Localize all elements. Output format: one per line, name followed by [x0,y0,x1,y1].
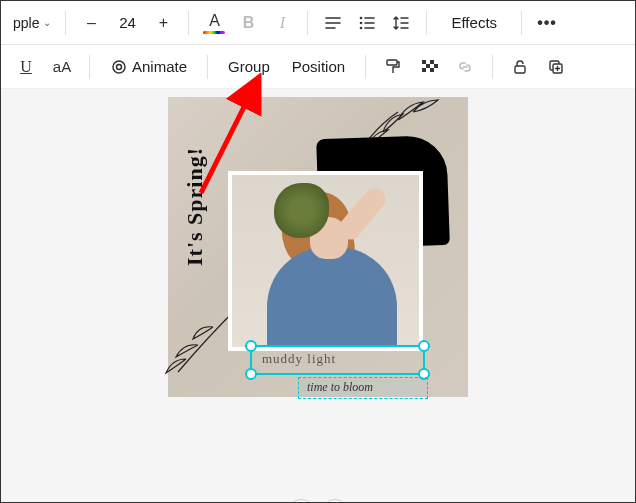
svg-point-2 [360,26,363,29]
animate-icon [110,58,128,76]
link-button[interactable] [450,52,480,82]
svg-rect-5 [387,60,397,65]
plant-shape [274,183,329,238]
svg-point-4 [117,64,122,69]
resize-handle[interactable] [418,340,430,352]
photo-content [232,175,419,347]
canvas-area[interactable]: It's Spring! muddy light time to bloom [1,89,635,502]
effects-button[interactable]: Effects [437,8,511,37]
text-color-letter: A [209,12,220,30]
move-button[interactable] [321,499,349,503]
font-size-increase-button[interactable]: + [148,8,178,38]
link-icon [456,58,474,76]
divider [89,55,90,79]
font-name-label: pple [13,15,39,31]
animate-label: Animate [132,58,187,75]
selected-text-2: time to bloom [307,380,373,395]
divider [207,55,208,79]
divider [521,11,522,35]
svg-point-0 [360,16,363,19]
rotate-button[interactable] [287,499,315,503]
more-button[interactable]: ••• [532,8,562,38]
font-size-value[interactable]: 24 [110,14,144,31]
selection-box-primary[interactable]: muddy light [250,345,425,375]
photo-element[interactable] [228,171,423,351]
divider [188,11,189,35]
transparency-icon [420,58,438,76]
svg-rect-9 [434,64,438,68]
divider [65,11,66,35]
selection-box-secondary[interactable]: time to bloom [298,377,428,399]
design-canvas[interactable]: It's Spring! muddy light time to bloom [168,97,468,397]
font-size-decrease-button[interactable]: – [76,8,106,38]
selected-text-1: muddy light [262,351,336,367]
svg-rect-10 [422,68,426,72]
alignment-button[interactable] [318,8,348,38]
bullet-list-button[interactable] [352,8,382,38]
copy-style-button[interactable] [378,52,408,82]
bullets-icon [358,14,376,32]
line-spacing-icon [392,14,410,32]
svg-rect-7 [430,60,434,64]
toolbar-row-2: U aA Animate Group Position [1,45,635,89]
svg-rect-12 [515,66,525,73]
align-icon [324,14,342,32]
svg-rect-11 [430,68,434,72]
transparency-button[interactable] [414,52,444,82]
text-color-button[interactable]: A [199,8,229,38]
headline-text[interactable]: It's Spring! [182,147,208,266]
bold-button[interactable]: B [233,8,263,38]
toolbar-row-1: pple ⌄ – 24 + A B I Effects ••• [1,1,635,45]
paint-roller-icon [384,58,402,76]
font-family-select[interactable]: pple ⌄ [9,15,55,31]
sweater-shape [267,247,397,351]
text-case-button[interactable]: aA [47,52,77,82]
group-button[interactable]: Group [220,58,278,75]
svg-point-3 [113,61,125,73]
position-button[interactable]: Position [284,58,353,75]
animate-button[interactable]: Animate [102,58,195,76]
line-spacing-button[interactable] [386,8,416,38]
underline-button[interactable]: U [11,52,41,82]
svg-rect-8 [426,64,430,68]
lock-icon [511,58,529,76]
duplicate-icon [547,58,565,76]
resize-handle[interactable] [245,368,257,380]
element-controls [287,499,349,503]
svg-rect-6 [422,60,426,64]
resize-handle[interactable] [245,340,257,352]
divider [307,11,308,35]
color-swatch-icon [203,31,225,34]
chevron-down-icon: ⌄ [43,17,51,28]
italic-button[interactable]: I [267,8,297,38]
lock-button[interactable] [505,52,535,82]
svg-point-1 [360,21,363,24]
divider [426,11,427,35]
duplicate-button[interactable] [541,52,571,82]
divider [365,55,366,79]
divider [492,55,493,79]
